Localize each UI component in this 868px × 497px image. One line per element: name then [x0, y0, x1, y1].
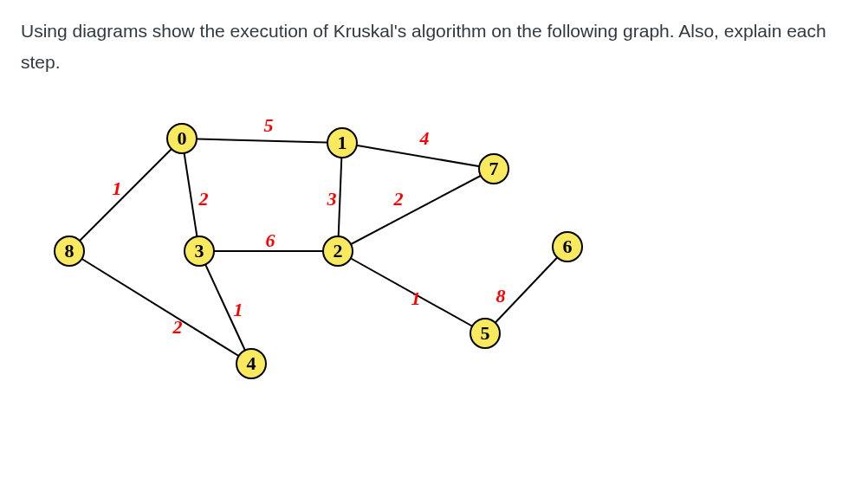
edge-weight-0-3: 2 — [199, 188, 209, 210]
node-6: 6 — [552, 231, 583, 262]
node-3: 3 — [184, 236, 215, 267]
edge-weight-2-5: 1 — [411, 287, 421, 310]
edge-2-7 — [338, 169, 494, 251]
edge-4-8 — [69, 251, 251, 364]
node-2: 2 — [322, 236, 353, 267]
node-5: 5 — [470, 318, 501, 349]
node-8: 8 — [54, 236, 85, 267]
edge-1-7 — [342, 143, 494, 169]
edge-weight-2-3: 6 — [266, 229, 275, 252]
graph-diagram: 01234567852134612128 — [43, 95, 632, 424]
node-0: 0 — [166, 123, 198, 154]
edge-0-1 — [182, 139, 342, 143]
edge-weight-3-4: 1 — [234, 299, 243, 321]
edge-weight-0-8: 1 — [113, 178, 122, 200]
node-1: 1 — [327, 127, 358, 158]
edge-weight-4-8: 2 — [173, 316, 183, 339]
node-4: 4 — [236, 348, 267, 379]
edge-weight-5-6: 8 — [496, 285, 506, 307]
edge-0-8 — [69, 139, 182, 251]
edge-0-3 — [182, 139, 199, 251]
edge-weight-1-2: 3 — [327, 188, 337, 210]
edge-weight-0-1: 5 — [264, 114, 274, 137]
edge-weight-2-7: 2 — [394, 188, 404, 210]
question-text: Using diagrams show the execution of Kru… — [21, 16, 847, 77]
edge-weight-1-7: 4 — [420, 127, 430, 150]
node-7: 7 — [478, 153, 509, 184]
